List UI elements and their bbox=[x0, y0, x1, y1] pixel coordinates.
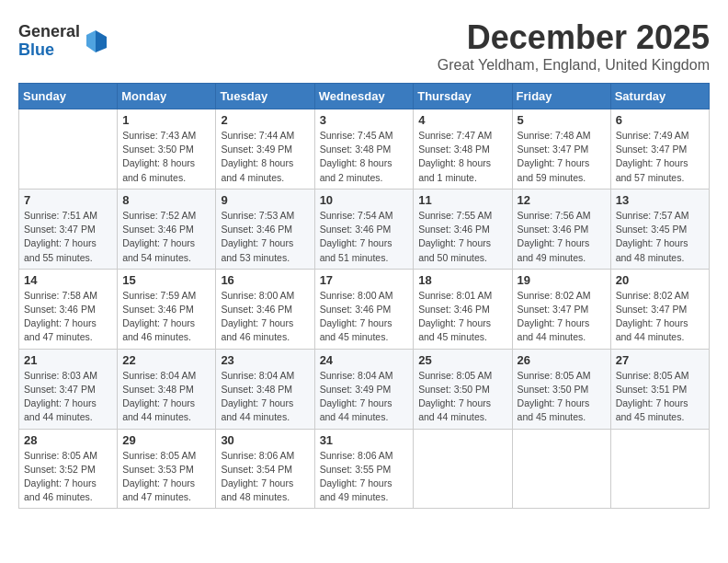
calendar-cell: 11Sunrise: 7:55 AM Sunset: 3:46 PM Dayli… bbox=[414, 189, 512, 269]
day-info: Sunrise: 7:47 AM Sunset: 3:48 PM Dayligh… bbox=[418, 129, 506, 185]
logo-general-text: General bbox=[18, 22, 80, 40]
calendar-cell bbox=[512, 429, 610, 509]
day-info: Sunrise: 7:51 AM Sunset: 3:47 PM Dayligh… bbox=[24, 209, 112, 265]
svg-marker-0 bbox=[96, 30, 107, 52]
day-info: Sunrise: 8:00 AM Sunset: 3:46 PM Dayligh… bbox=[320, 289, 409, 345]
day-info: Sunrise: 7:49 AM Sunset: 3:47 PM Dayligh… bbox=[616, 129, 704, 185]
day-info: Sunrise: 7:43 AM Sunset: 3:50 PM Dayligh… bbox=[122, 129, 210, 185]
day-number: 18 bbox=[418, 273, 506, 287]
day-info: Sunrise: 8:04 AM Sunset: 3:48 PM Dayligh… bbox=[221, 369, 309, 425]
day-number: 29 bbox=[122, 433, 210, 447]
logo-blue-text: Blue bbox=[18, 40, 54, 59]
calendar-cell: 20Sunrise: 8:02 AM Sunset: 3:47 PM Dayli… bbox=[610, 269, 709, 349]
logo-flag-icon bbox=[82, 28, 109, 55]
calendar-cell: 13Sunrise: 7:57 AM Sunset: 3:45 PM Dayli… bbox=[610, 189, 709, 269]
day-info: Sunrise: 7:52 AM Sunset: 3:46 PM Dayligh… bbox=[122, 209, 210, 265]
day-number: 19 bbox=[518, 273, 606, 287]
day-info: Sunrise: 7:54 AM Sunset: 3:46 PM Dayligh… bbox=[320, 209, 409, 265]
day-info: Sunrise: 8:00 AM Sunset: 3:46 PM Dayligh… bbox=[221, 289, 309, 345]
day-number: 15 bbox=[122, 273, 210, 287]
day-number: 8 bbox=[122, 193, 210, 207]
calendar-week-row: 14Sunrise: 7:58 AM Sunset: 3:46 PM Dayli… bbox=[19, 269, 710, 349]
day-number: 30 bbox=[221, 433, 309, 447]
calendar-cell: 30Sunrise: 8:06 AM Sunset: 3:54 PM Dayli… bbox=[216, 429, 314, 509]
day-number: 21 bbox=[24, 353, 112, 367]
day-number: 31 bbox=[320, 433, 409, 447]
calendar-cell: 19Sunrise: 8:02 AM Sunset: 3:47 PM Dayli… bbox=[512, 269, 610, 349]
day-number: 17 bbox=[320, 273, 409, 287]
calendar-cell: 14Sunrise: 7:58 AM Sunset: 3:46 PM Dayli… bbox=[19, 269, 118, 349]
calendar-table: SundayMondayTuesdayWednesdayThursdayFrid… bbox=[18, 83, 710, 509]
calendar-cell: 3Sunrise: 7:45 AM Sunset: 3:48 PM Daylig… bbox=[314, 109, 414, 190]
day-info: Sunrise: 8:03 AM Sunset: 3:47 PM Dayligh… bbox=[24, 369, 112, 425]
calendar-cell: 6Sunrise: 7:49 AM Sunset: 3:47 PM Daylig… bbox=[610, 109, 709, 190]
logo: General Blue bbox=[18, 23, 109, 60]
day-info: Sunrise: 7:56 AM Sunset: 3:46 PM Dayligh… bbox=[518, 209, 606, 265]
day-number: 23 bbox=[221, 353, 309, 367]
day-number: 26 bbox=[518, 353, 606, 367]
calendar-cell: 28Sunrise: 8:05 AM Sunset: 3:52 PM Dayli… bbox=[19, 429, 118, 509]
calendar-week-row: 28Sunrise: 8:05 AM Sunset: 3:52 PM Dayli… bbox=[19, 429, 710, 509]
day-info: Sunrise: 8:05 AM Sunset: 3:51 PM Dayligh… bbox=[616, 369, 704, 425]
day-number: 25 bbox=[418, 353, 506, 367]
day-number: 4 bbox=[418, 113, 506, 127]
calendar-week-row: 1Sunrise: 7:43 AM Sunset: 3:50 PM Daylig… bbox=[19, 109, 710, 190]
calendar-cell: 27Sunrise: 8:05 AM Sunset: 3:51 PM Dayli… bbox=[610, 349, 709, 429]
day-info: Sunrise: 8:05 AM Sunset: 3:50 PM Dayligh… bbox=[518, 369, 606, 425]
day-info: Sunrise: 8:05 AM Sunset: 3:52 PM Dayligh… bbox=[24, 449, 112, 505]
day-header-friday: Friday bbox=[512, 84, 610, 109]
calendar-cell: 1Sunrise: 7:43 AM Sunset: 3:50 PM Daylig… bbox=[118, 109, 216, 190]
day-info: Sunrise: 8:05 AM Sunset: 3:50 PM Dayligh… bbox=[418, 369, 506, 425]
day-info: Sunrise: 7:58 AM Sunset: 3:46 PM Dayligh… bbox=[24, 289, 112, 345]
day-header-saturday: Saturday bbox=[610, 84, 709, 109]
calendar-cell: 8Sunrise: 7:52 AM Sunset: 3:46 PM Daylig… bbox=[118, 189, 216, 269]
location-subtitle: Great Yeldham, England, United Kingdom bbox=[438, 57, 710, 74]
title-area: December 2025 Great Yeldham, England, Un… bbox=[438, 18, 710, 74]
day-number: 1 bbox=[122, 113, 210, 127]
month-title: December 2025 bbox=[438, 18, 710, 57]
day-header-sunday: Sunday bbox=[19, 84, 118, 109]
calendar-cell bbox=[19, 109, 118, 190]
calendar-cell: 2Sunrise: 7:44 AM Sunset: 3:49 PM Daylig… bbox=[216, 109, 314, 190]
calendar-cell: 17Sunrise: 8:00 AM Sunset: 3:46 PM Dayli… bbox=[314, 269, 414, 349]
calendar-cell: 7Sunrise: 7:51 AM Sunset: 3:47 PM Daylig… bbox=[19, 189, 118, 269]
calendar-cell: 29Sunrise: 8:05 AM Sunset: 3:53 PM Dayli… bbox=[118, 429, 216, 509]
calendar-cell: 10Sunrise: 7:54 AM Sunset: 3:46 PM Dayli… bbox=[314, 189, 414, 269]
calendar-cell: 31Sunrise: 8:06 AM Sunset: 3:55 PM Dayli… bbox=[314, 429, 414, 509]
calendar-cell: 15Sunrise: 7:59 AM Sunset: 3:46 PM Dayli… bbox=[118, 269, 216, 349]
day-info: Sunrise: 8:05 AM Sunset: 3:53 PM Dayligh… bbox=[122, 449, 210, 505]
day-info: Sunrise: 7:55 AM Sunset: 3:46 PM Dayligh… bbox=[418, 209, 506, 265]
day-header-thursday: Thursday bbox=[414, 84, 512, 109]
day-header-wednesday: Wednesday bbox=[314, 84, 414, 109]
day-info: Sunrise: 7:45 AM Sunset: 3:48 PM Dayligh… bbox=[320, 129, 409, 185]
day-number: 6 bbox=[616, 113, 704, 127]
page-header: General Blue December 2025 Great Yeldham… bbox=[18, 18, 710, 74]
day-number: 27 bbox=[616, 353, 704, 367]
calendar-cell: 4Sunrise: 7:47 AM Sunset: 3:48 PM Daylig… bbox=[414, 109, 512, 190]
calendar-cell: 9Sunrise: 7:53 AM Sunset: 3:46 PM Daylig… bbox=[216, 189, 314, 269]
day-number: 16 bbox=[221, 273, 309, 287]
day-info: Sunrise: 8:04 AM Sunset: 3:49 PM Dayligh… bbox=[320, 369, 409, 425]
calendar-cell: 12Sunrise: 7:56 AM Sunset: 3:46 PM Dayli… bbox=[512, 189, 610, 269]
day-number: 3 bbox=[320, 113, 409, 127]
day-number: 7 bbox=[24, 193, 112, 207]
day-number: 9 bbox=[221, 193, 309, 207]
calendar-cell: 5Sunrise: 7:48 AM Sunset: 3:47 PM Daylig… bbox=[512, 109, 610, 190]
day-info: Sunrise: 7:44 AM Sunset: 3:49 PM Dayligh… bbox=[221, 129, 309, 185]
day-info: Sunrise: 7:53 AM Sunset: 3:46 PM Dayligh… bbox=[221, 209, 309, 265]
day-info: Sunrise: 8:02 AM Sunset: 3:47 PM Dayligh… bbox=[616, 289, 704, 345]
day-info: Sunrise: 7:48 AM Sunset: 3:47 PM Dayligh… bbox=[518, 129, 606, 185]
day-info: Sunrise: 8:06 AM Sunset: 3:54 PM Dayligh… bbox=[221, 449, 309, 505]
calendar-week-row: 7Sunrise: 7:51 AM Sunset: 3:47 PM Daylig… bbox=[19, 189, 710, 269]
day-info: Sunrise: 8:04 AM Sunset: 3:48 PM Dayligh… bbox=[122, 369, 210, 425]
day-info: Sunrise: 7:57 AM Sunset: 3:45 PM Dayligh… bbox=[616, 209, 704, 265]
day-number: 28 bbox=[24, 433, 112, 447]
calendar-cell: 22Sunrise: 8:04 AM Sunset: 3:48 PM Dayli… bbox=[118, 349, 216, 429]
calendar-cell: 18Sunrise: 8:01 AM Sunset: 3:46 PM Dayli… bbox=[414, 269, 512, 349]
calendar-cell: 21Sunrise: 8:03 AM Sunset: 3:47 PM Dayli… bbox=[19, 349, 118, 429]
calendar-cell: 25Sunrise: 8:05 AM Sunset: 3:50 PM Dayli… bbox=[414, 349, 512, 429]
day-number: 20 bbox=[616, 273, 704, 287]
calendar-cell: 24Sunrise: 8:04 AM Sunset: 3:49 PM Dayli… bbox=[314, 349, 414, 429]
calendar-cell: 16Sunrise: 8:00 AM Sunset: 3:46 PM Dayli… bbox=[216, 269, 314, 349]
calendar-cell bbox=[414, 429, 512, 509]
